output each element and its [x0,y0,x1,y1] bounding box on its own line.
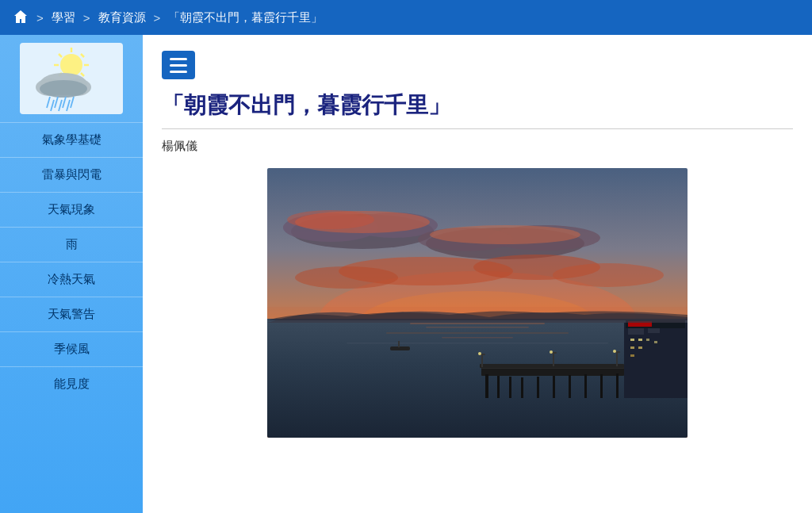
breadcrumb-current-page: 「朝霞不出門，暮霞行千里」 [168,10,323,25]
menu-line-3 [170,71,187,73]
svg-point-36 [295,266,398,289]
svg-rect-46 [485,374,488,398]
article-image [267,168,688,438]
breadcrumb-learn[interactable]: 學習 [52,10,75,25]
sidebar-item-visibility[interactable]: 能見度 [0,366,143,401]
svg-rect-63 [654,341,657,343]
top-navigation: > 學習 > 教育資源 > 「朝霞不出門，暮霞行千里」 [0,0,812,35]
svg-point-1 [60,54,82,76]
svg-rect-66 [630,354,634,357]
svg-point-74 [550,350,553,354]
svg-rect-41 [386,332,569,334]
article-title: 「朝霞不出門，暮霞行千里」 [162,90,793,129]
article-image-container [162,168,793,438]
svg-rect-42 [442,337,513,339]
svg-point-71 [478,352,481,355]
sidebar-item-hot-cold-weather[interactable]: 冷熱天氣 [0,262,143,297]
svg-rect-62 [646,339,649,341]
menu-line-2 [170,64,187,67]
breadcrumb-edu-resources[interactable]: 教育資源 [98,10,146,25]
sidebar: 氣象學基礎 雷暴與閃電 天氣現象 雨 冷熱天氣 天氣警告 季候風 能見度 [0,35,143,513]
svg-point-35 [553,263,664,287]
svg-rect-64 [630,346,634,349]
menu-button[interactable] [162,51,195,79]
svg-rect-72 [553,353,554,366]
svg-rect-75 [616,352,618,366]
svg-rect-54 [600,374,603,398]
svg-rect-40 [426,327,529,328]
svg-rect-47 [497,376,500,398]
svg-rect-55 [616,373,619,398]
svg-rect-60 [630,339,634,341]
svg-rect-79 [398,341,400,347]
sidebar-navigation: 氣象學基礎 雷暴與閃電 天氣現象 雨 冷熱天氣 天氣警告 季候風 能見度 [0,122,143,401]
svg-rect-51 [553,376,555,398]
sidebar-item-weather-warning[interactable]: 天氣警告 [0,297,143,331]
svg-rect-61 [638,339,642,341]
svg-point-13 [40,80,87,98]
sidebar-logo [12,35,131,122]
svg-rect-53 [584,374,587,398]
breadcrumb-sep-3: > [154,11,161,25]
breadcrumb-sep-2: > [83,11,90,25]
svg-rect-39 [410,323,545,324]
svg-rect-50 [537,377,539,398]
svg-point-77 [613,350,616,353]
sidebar-item-rain[interactable]: 雨 [0,227,143,262]
content-area: 「朝霞不出門，暮霞行千里」 楊佩儀 [143,35,812,513]
sidebar-item-weather-phenomena[interactable]: 天氣現象 [0,192,143,227]
svg-rect-52 [569,375,571,398]
sidebar-item-meteorology-basics[interactable]: 氣象學基礎 [0,122,143,157]
svg-rect-56 [480,364,624,368]
home-icon[interactable] [13,9,29,27]
sidebar-item-monsoon[interactable]: 季候風 [0,331,143,366]
svg-rect-49 [521,377,523,398]
article-author: 楊佩儀 [162,139,793,154]
svg-rect-48 [509,377,511,398]
svg-point-32 [430,225,580,244]
svg-point-28 [287,210,374,229]
svg-rect-43 [347,343,608,344]
sidebar-item-thunder-lightning[interactable]: 雷暴與閃電 [0,157,143,192]
main-layout: 氣象學基礎 雷暴與閃電 天氣現象 雨 冷熱天氣 天氣警告 季候風 能見度 「朝霞… [0,35,812,513]
svg-rect-69 [481,354,483,367]
svg-rect-78 [390,346,410,350]
menu-line-1 [170,58,187,60]
svg-rect-65 [638,346,642,349]
breadcrumb-sep-1: > [36,11,44,25]
